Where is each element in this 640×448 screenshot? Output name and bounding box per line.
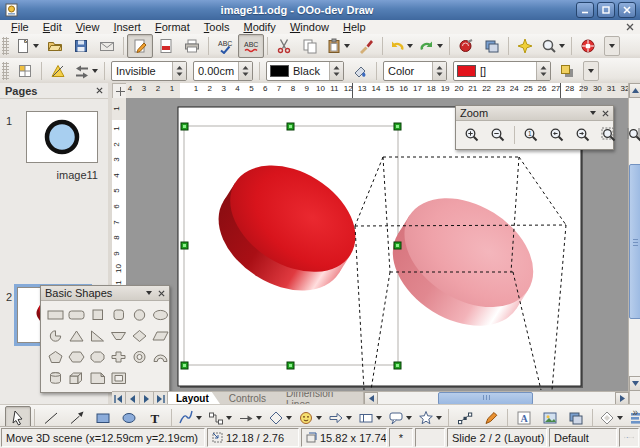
shape-square[interactable] [87,304,108,325]
spinner-icon[interactable] [172,62,186,80]
vertical-scroll-thumb[interactable] [629,164,640,319]
maximize-button[interactable] [597,2,615,18]
hyperlink-button[interactable] [453,34,479,58]
shape-rounded-rectangle[interactable] [66,304,87,325]
shape-right-triangle[interactable] [87,325,108,346]
close-icon[interactable] [96,87,103,94]
paste-button[interactable] [323,34,353,58]
zoom-next-button[interactable] [570,123,596,147]
page-item-image11[interactable]: 1image11 [0,99,108,187]
area-dialog-button[interactable] [347,59,373,83]
basic-shapes-titlebar[interactable]: Basic Shapes [41,286,169,301]
menu-help[interactable]: Help [336,20,373,34]
line-width-input[interactable]: 0.00cm [193,61,253,81]
copy-button[interactable] [297,34,323,58]
zoom-palette-titlebar[interactable]: Zoom [456,106,613,121]
shadow-button[interactable] [554,59,580,83]
shape-cross[interactable] [108,346,129,367]
print-button[interactable] [179,34,205,58]
close-icon[interactable] [158,290,165,297]
chevron-down-icon[interactable] [590,111,596,115]
shape-diamond[interactable] [129,325,150,346]
styles-formatting-button[interactable] [12,59,38,83]
document-close-button[interactable] [626,23,634,31]
horizontal-ruler[interactable]: 4321123456789101112131415161718192021222… [126,83,628,99]
toolbar-overflow-button[interactable]: » [632,407,638,418]
shape-circle[interactable] [129,304,150,325]
shape-rounded-square[interactable] [108,304,129,325]
area-style-select[interactable]: Color [383,61,447,81]
close-icon[interactable] [602,110,609,117]
edit-file-button[interactable] [127,34,153,58]
shape-circle-pie[interactable] [45,325,66,346]
scroll-down-button[interactable] [629,376,640,391]
auto-spellcheck-button[interactable]: ABC [238,34,264,58]
menu-tools[interactable]: Tools [197,20,237,34]
close-button[interactable] [618,2,636,18]
zoom-in-button[interactable] [459,123,485,147]
toolbar-overflow-button[interactable] [604,36,620,56]
zoom-slider[interactable] [624,431,634,444]
line-style-select[interactable]: Invisible [111,61,187,81]
zoom-button[interactable] [538,34,568,58]
shape-hexagon[interactable] [66,346,87,367]
shape-ellipse[interactable] [150,304,171,325]
title-bar[interactable]: image11.odg - OOo-dev Draw [0,0,640,21]
shape-frame[interactable] [108,367,129,388]
page-item-image12[interactable]: 2image12 [0,187,108,275]
spinner-icon[interactable] [329,62,343,80]
toolbar-overflow-button[interactable] [583,61,599,81]
spinner-icon[interactable] [432,62,446,80]
menu-modify[interactable]: Modify [236,20,282,34]
shape-octagon[interactable] [87,346,108,367]
menu-view[interactable]: View [69,20,107,34]
shape-cube[interactable] [66,367,87,388]
shape-ring[interactable] [129,346,150,367]
zoom-previous-button[interactable] [544,123,570,147]
shape-folded-corner[interactable] [87,367,108,388]
spinner-icon[interactable] [238,62,252,80]
menu-insert[interactable]: Insert [106,20,148,34]
cut-button[interactable] [271,34,297,58]
open-button[interactable] [42,34,68,58]
redo-button[interactable] [416,34,446,58]
toolbar-grip[interactable] [2,37,9,55]
email-button[interactable] [94,34,120,58]
toolbar-grip[interactable] [2,62,9,80]
menu-file[interactable]: File [4,20,36,34]
chevron-down-icon[interactable] [146,291,152,295]
export-pdf-button[interactable] [153,34,179,58]
gallery-button[interactable] [479,34,505,58]
minimize-button[interactable] [576,2,594,18]
zoom-page-width-button[interactable] [622,123,640,147]
new-button[interactable] [12,34,42,58]
scroll-up-button[interactable] [629,83,640,98]
zoom-slider-thumb[interactable] [627,437,628,438]
navigator-button[interactable] [512,34,538,58]
menu-format[interactable]: Format [148,20,197,34]
undo-button[interactable] [386,34,416,58]
shape-regular-pentagon[interactable] [45,346,66,367]
fill-color-select[interactable]: [] [453,61,551,81]
arrow-style-button[interactable] [71,59,101,83]
shape-block-arc[interactable] [150,346,171,367]
zoom-100-button[interactable]: 1 [518,123,544,147]
help-button[interactable] [575,34,601,58]
shape-rectangle[interactable] [45,304,66,325]
menu-window[interactable]: Window [283,20,336,34]
shape-cylinder[interactable] [45,367,66,388]
line-dialog-button[interactable] [45,59,71,83]
zoom-page-button[interactable] [596,123,622,147]
line-color-select[interactable]: Black [266,61,344,81]
menu-edit[interactable]: Edit [36,20,69,34]
shape-isosceles-triangle[interactable] [66,325,87,346]
save-button[interactable] [68,34,94,58]
page-thumbnail[interactable] [26,111,98,163]
shape-trapezoid[interactable] [108,325,129,346]
format-paintbrush-button[interactable] [353,34,379,58]
zoom-out-button[interactable] [485,123,511,147]
status-page-style[interactable]: Default [549,428,617,447]
spellcheck-button[interactable]: ABC [212,34,238,58]
spinner-icon[interactable] [536,62,550,80]
shape-parallelogram[interactable] [150,325,171,346]
